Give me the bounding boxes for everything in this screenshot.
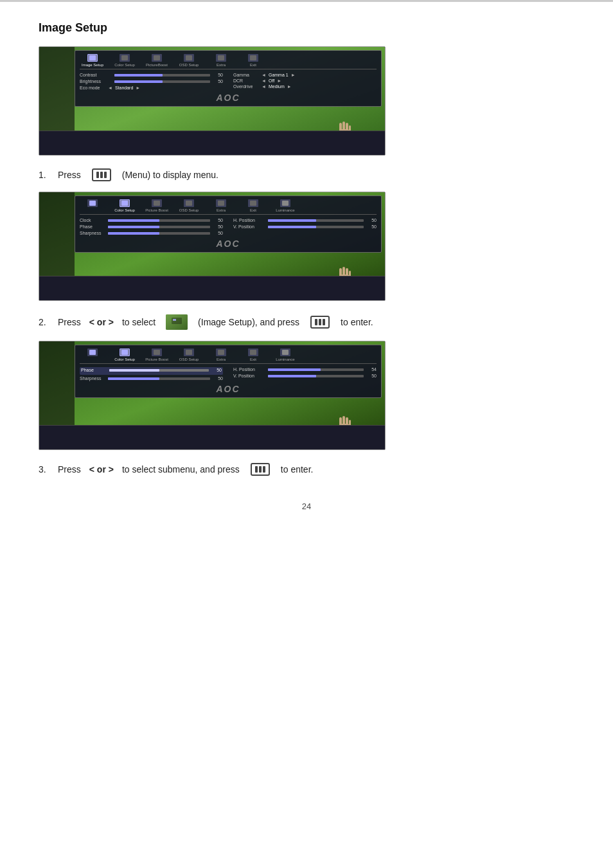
- step-2-row: 2. Press < or > to select (Image Setup),…: [39, 314, 574, 330]
- val-brightness: 50: [213, 79, 223, 84]
- osd-tab-picture: PictureBoost: [144, 54, 170, 67]
- step-3-text-before: Press: [58, 464, 81, 475]
- bar-sharpness: [108, 232, 210, 235]
- tab2-icon-1: [87, 199, 98, 207]
- bar-vpos: [268, 226, 364, 228]
- osd-tab-color-setup: Color Setup: [112, 54, 138, 67]
- tab2-icon-2: [120, 199, 130, 207]
- osd-tab3-extra: Extra: [208, 348, 234, 361]
- aoc-logo-1: AOC: [80, 93, 377, 103]
- label-sharpness-3: Sharpness: [80, 376, 105, 381]
- svg-rect-19: [342, 416, 345, 426]
- tab3-icon-6: [248, 348, 258, 356]
- bar2b: [319, 319, 321, 325]
- osd-left-col-2: Clock 50 Phase 50 Sharpness 50: [80, 218, 223, 237]
- osd-row-clock: Clock 50: [80, 218, 223, 222]
- page-title: Image Setup: [39, 21, 574, 35]
- step-1-text-before: Press: [58, 170, 81, 180]
- arrow-dcr-left: ◄: [262, 78, 266, 83]
- osd-tab3-blank: [80, 348, 105, 361]
- bar2c: [259, 466, 262, 473]
- val-dcr: Off: [269, 78, 274, 83]
- osd-tabs-3: Color Setup Picture Boost OSD Setup Extr…: [80, 348, 377, 364]
- screen-1-block: Image Setup Color Setup PictureBoost: [39, 46, 386, 156]
- step-2-key: < or >: [89, 317, 114, 327]
- osd-tab2-extra: Extra: [208, 199, 234, 212]
- label-phase: Phase: [80, 224, 105, 229]
- tab3-icon-4: [184, 348, 194, 356]
- osd-right-col-1: Gamma ◄ Gamma 1 ► DCR ◄ Off ► Overdr: [233, 73, 377, 91]
- tab-icon-active: [87, 54, 98, 62]
- menu-btn-icon-2: [310, 316, 330, 329]
- bar3: [104, 172, 107, 178]
- val-phase: 50: [213, 224, 223, 229]
- step-3-num: 3.: [39, 464, 51, 475]
- arrow-left: ◄: [108, 86, 112, 90]
- bar1: [96, 172, 99, 178]
- screen-3-block: Color Setup Picture Boost OSD Setup Extr…: [39, 341, 386, 450]
- step-2-num: 2.: [39, 317, 51, 327]
- tab3-icon-5: [216, 348, 226, 356]
- step-2-text-before: Press: [58, 317, 81, 327]
- label-hpos: H. Position: [233, 218, 265, 222]
- osd-screen-2: Color Setup Picture Boost OSD Setup: [75, 195, 382, 253]
- screenshot-2: Color Setup Picture Boost OSD Setup: [39, 192, 386, 301]
- tab2-icon-5: [216, 199, 226, 207]
- arrow-od-left: ◄: [262, 84, 266, 89]
- step-3-text-middle: to select submenu, and press: [122, 464, 240, 475]
- osd-row-sharpness-3: Sharpness 50: [80, 376, 223, 381]
- tab-icon-5: [216, 54, 226, 62]
- osd-row-gamma: Gamma ◄ Gamma 1 ►: [233, 73, 377, 77]
- label-contrast: Contrast: [80, 73, 112, 77]
- bar-contrast: [114, 74, 210, 77]
- val-sharpness-3: 50: [213, 376, 223, 381]
- tab-icon-3: [152, 54, 162, 62]
- val-hpos: 50: [366, 218, 377, 222]
- arrow-dcr-right: ►: [277, 78, 281, 83]
- label-clock: Clock: [80, 218, 105, 222]
- osd-row-sharpness: Sharpness 50: [80, 231, 223, 235]
- val-vpos: 50: [366, 224, 377, 229]
- osd-left-col: Contrast 50 Brightness 50 Eco mode ◄: [80, 73, 223, 91]
- val-contrast: 50: [213, 73, 223, 77]
- label-gamma: Gamma: [233, 73, 259, 77]
- osd-tab2-picture: Picture Boost: [144, 199, 170, 212]
- osd-tab3-picture: Picture Boost: [144, 348, 170, 361]
- label-brightness: Brightness: [80, 79, 112, 84]
- bar-sharpness-3: [108, 377, 210, 380]
- val-gamma: Gamma 1: [269, 73, 289, 77]
- svg-rect-9: [342, 267, 345, 276]
- tab2-icon-4: [184, 199, 194, 207]
- bar3b: [323, 319, 325, 325]
- label-phase-3: Phase: [81, 368, 107, 372]
- step-1-text-after: (Menu) to display menu.: [122, 170, 218, 180]
- aoc-logo-3: AOC: [80, 384, 377, 394]
- tab3-icon-2: [120, 348, 130, 356]
- bar-phase-3: [109, 369, 209, 372]
- svg-rect-3: [342, 122, 345, 131]
- arrow-gamma-left: ◄: [262, 73, 266, 77]
- bar-clock: [108, 219, 210, 222]
- arrow-od-right: ►: [287, 84, 292, 89]
- val-overdrive: Medium: [269, 84, 285, 89]
- osd-tab2-luminance: Luminance: [272, 199, 298, 212]
- screenshot-3: Color Setup Picture Boost OSD Setup Extr…: [39, 341, 386, 450]
- osd-row-overdrive: Overdrive ◄ Medium ►: [233, 84, 377, 89]
- bar-vpos-3: [268, 375, 364, 377]
- osd-row-vpos: V. Position 50: [233, 224, 377, 229]
- osd-row-ecomode: Eco mode ◄ Standard ►: [80, 86, 223, 90]
- osd-row-brightness: Brightness 50: [80, 79, 223, 84]
- step-1-num: 1.: [39, 170, 51, 180]
- label-vpos-3: V. Position: [233, 374, 265, 378]
- osd-tabs-2: Color Setup Picture Boost OSD Setup: [80, 199, 377, 215]
- label-overdrive: Overdrive: [233, 84, 259, 89]
- osd-tab3-lum: Luminance: [272, 348, 298, 361]
- bar-phase: [108, 226, 210, 228]
- svg-rect-15: [173, 319, 176, 321]
- osd-tab2-osd: OSD Setup: [176, 199, 202, 212]
- screen-2-dark-strip: [39, 192, 75, 276]
- step-3-row: 3. Press < or > to select submenu, and p…: [39, 463, 574, 476]
- label-hpos-3: H. Position: [233, 367, 265, 372]
- screenshot-1: Image Setup Color Setup PictureBoost: [39, 46, 386, 156]
- step-3-text-after: to enter.: [281, 464, 314, 475]
